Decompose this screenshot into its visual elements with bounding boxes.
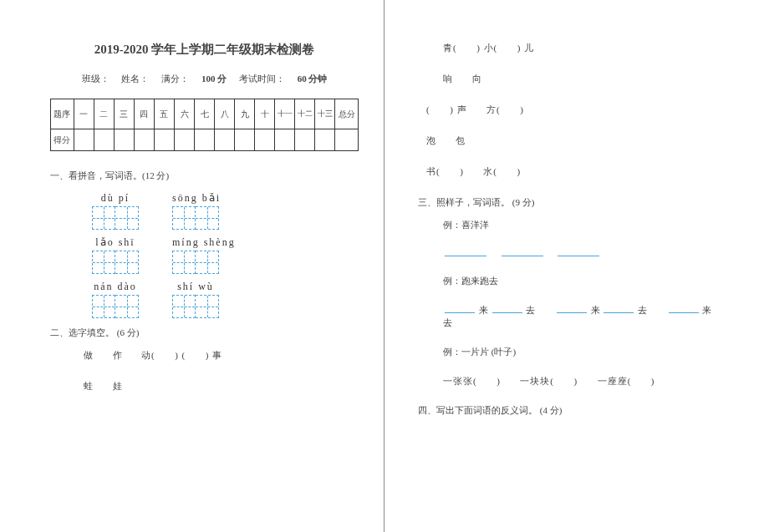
score-cell xyxy=(154,129,174,151)
char-boxes xyxy=(172,295,219,318)
blank-line xyxy=(445,305,475,313)
r-text: ) 儿 xyxy=(517,43,534,53)
q2-text: ) ( xyxy=(175,350,186,360)
r-char: 来 xyxy=(479,305,488,315)
r-text: 一张张( xyxy=(443,376,477,386)
r-line1: 青( ) 小( ) 儿 xyxy=(443,42,736,54)
score-cell xyxy=(315,129,335,151)
col-cell: 十二 xyxy=(295,99,315,129)
full-value: 100 分 xyxy=(201,73,227,84)
col-cell: 五 xyxy=(154,99,174,129)
col-cell: 十 xyxy=(255,99,275,129)
r-char: 去 xyxy=(443,317,452,327)
char-boxes xyxy=(92,251,139,274)
r-text: ) xyxy=(520,104,524,114)
pinyin-row: lǎo shī míng shèng xyxy=(92,236,359,274)
exam-meta: 班级： 姓名： 满分： 100 分 考试时间： 60 分钟 xyxy=(50,73,359,85)
r-line5: 书( ) 水( ) xyxy=(426,165,736,178)
r-text: ) 小( xyxy=(476,43,497,53)
r-line2: 响 向 xyxy=(443,73,736,85)
r-text: ) 声 xyxy=(450,104,466,114)
r-char: 包 xyxy=(456,135,465,145)
col-cell: 十三 xyxy=(315,99,335,129)
q2-row2: 蛙 娃 xyxy=(84,380,359,393)
r-text: 方( xyxy=(486,104,501,114)
pinyin-block: dù pí sōng bǎi lǎo shī xyxy=(92,192,359,318)
exam-page: 2019-2020 学年上学期二年级期末检测卷 班级： 姓名： 满分： 100 … xyxy=(0,0,769,532)
char-box xyxy=(172,206,196,230)
pinyin-label: dù pí xyxy=(92,192,139,205)
score-cell xyxy=(215,129,235,151)
score-cell xyxy=(235,129,255,151)
r-text: ) xyxy=(574,376,578,386)
r-text: ) xyxy=(497,376,501,386)
q2-char: 蛙 xyxy=(84,381,93,391)
char-box xyxy=(196,295,219,318)
score-cell xyxy=(295,129,315,151)
pinyin-item: míng shèng xyxy=(172,236,236,274)
col-cell: 十一 xyxy=(275,99,295,129)
col-cell: 四 xyxy=(134,99,154,129)
r-text: 青( xyxy=(443,43,457,53)
pinyin-label: shí wù xyxy=(172,281,219,293)
hdr-cell: 题序 xyxy=(51,99,74,129)
pinyin-label: míng shèng xyxy=(172,236,236,249)
pinyin-label: sōng bǎi xyxy=(172,192,221,205)
full-label: 满分： xyxy=(161,73,189,84)
char-box xyxy=(92,251,115,274)
char-box xyxy=(115,206,139,230)
col-cell: 八 xyxy=(215,99,235,129)
q2-char: 做 xyxy=(84,350,93,360)
blank-line xyxy=(603,305,634,313)
q3-blank-row2: 来 去 来 去 来 去 xyxy=(443,304,736,329)
score-cell xyxy=(195,129,215,151)
pinyin-row: dù pí sōng bǎi xyxy=(92,192,359,230)
char-box xyxy=(92,295,115,318)
pinyin-label: nán dào xyxy=(92,281,139,293)
pinyin-item: nán dào xyxy=(92,281,139,318)
r-line4: 泡 包 xyxy=(426,134,736,147)
blank-line xyxy=(445,248,486,256)
score-cell xyxy=(114,129,134,151)
blank-line xyxy=(669,305,699,313)
col-cell: 九 xyxy=(235,99,255,129)
r-text: 一块块( xyxy=(520,376,554,386)
score-hdr: 得分 xyxy=(51,129,74,151)
pinyin-label: lǎo shī xyxy=(92,236,139,249)
score-cell xyxy=(275,129,295,151)
score-cell xyxy=(134,129,154,151)
r-text: 一座座( xyxy=(598,376,632,386)
q3-blank-row3: 一张张( ) 一块块( ) 一座座( ) xyxy=(443,375,736,388)
char-box xyxy=(172,295,196,318)
score-cell xyxy=(335,129,359,151)
char-boxes xyxy=(92,295,139,318)
r-char: 向 xyxy=(472,73,481,84)
r-char: 响 xyxy=(443,73,452,84)
r-char: 去 xyxy=(638,305,647,315)
q2-row1: 做 作 动( ) ( ) 事 xyxy=(84,349,359,362)
class-label: 班级： xyxy=(82,73,109,84)
q2-text: ) 事 xyxy=(206,350,222,360)
char-box xyxy=(196,206,219,230)
q3-ex1: 例：喜洋洋 xyxy=(443,219,736,231)
col-cell: 二 xyxy=(94,99,114,129)
score-cell xyxy=(255,129,275,151)
pinyin-row: nán dào shí wù xyxy=(92,281,359,318)
char-box xyxy=(115,295,139,318)
q1-title: 一、看拼音，写词语。(12 分) xyxy=(50,170,359,182)
time-value: 60 分钟 xyxy=(298,73,328,84)
col-cell: 六 xyxy=(174,99,194,129)
blank-line xyxy=(557,305,587,313)
char-box xyxy=(115,251,139,274)
char-boxes xyxy=(92,206,139,230)
blank-line xyxy=(502,248,543,256)
total-cell: 总分 xyxy=(335,99,359,129)
char-box xyxy=(172,251,196,274)
r-text: 书( xyxy=(426,166,441,176)
pinyin-item: sōng bǎi xyxy=(172,192,221,230)
exam-title: 2019-2020 学年上学期二年级期末检测卷 xyxy=(50,42,359,58)
blank-line xyxy=(558,248,599,256)
r-text: ( xyxy=(426,104,430,114)
char-boxes xyxy=(172,251,236,274)
r-text: ) xyxy=(460,166,464,176)
